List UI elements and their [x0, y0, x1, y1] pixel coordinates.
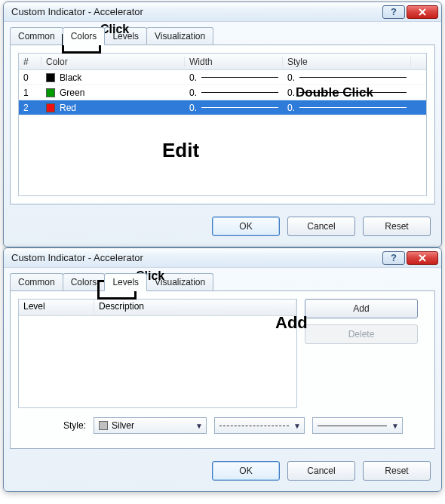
- tab-levels[interactable]: Levels: [104, 273, 147, 291]
- window-title: Custom Indicator - Accelerator: [11, 6, 143, 17]
- table-row[interactable]: 1 Green 0. 0.: [19, 85, 426, 100]
- table-header: # Color Width Style: [19, 54, 426, 70]
- cancel-button[interactable]: Cancel: [287, 461, 355, 481]
- chevron-down-icon: ▼: [195, 422, 203, 430]
- cell-style[interactable]: 0.: [283, 103, 411, 113]
- tabpanel-levels: Level Description Add Delete Style: Silv…: [10, 290, 435, 449]
- tab-colors[interactable]: Colors: [63, 27, 106, 45]
- style-linetype-combo[interactable]: ▼: [214, 417, 305, 434]
- line-preview-icon: [299, 77, 407, 78]
- close-button[interactable]: [407, 251, 438, 265]
- colors-table[interactable]: # Color Width Style 0 Black 0. 0. 1 Gree…: [18, 53, 427, 196]
- cell-style[interactable]: 0.: [283, 72, 411, 83]
- tabpanel-colors: # Color Width Style 0 Black 0. 0. 1 Gree…: [10, 45, 435, 204]
- titlebar[interactable]: Custom Indicator - Accelerator ?: [4, 248, 441, 268]
- chevron-down-icon: ▼: [391, 422, 399, 430]
- reset-button[interactable]: Reset: [363, 217, 431, 236]
- tab-levels[interactable]: Levels: [104, 27, 147, 45]
- dashed-line-icon: [219, 426, 289, 426]
- help-button[interactable]: ?: [382, 251, 405, 265]
- style-row: Style: Silver ▼ ▼ ▼: [18, 417, 427, 434]
- style-label: Style:: [63, 420, 86, 431]
- cell-style[interactable]: 0.: [283, 88, 411, 98]
- close-icon: [418, 254, 427, 263]
- style-color-combo[interactable]: Silver ▼: [94, 417, 207, 434]
- color-swatch-icon: [99, 421, 108, 430]
- dialog-buttons: OK Cancel Reset: [4, 455, 441, 491]
- close-button[interactable]: [407, 5, 438, 19]
- levels-table[interactable]: Level Description: [18, 299, 297, 408]
- line-preview-icon: [299, 107, 407, 108]
- tab-common[interactable]: Common: [10, 27, 63, 45]
- col-idx: #: [19, 57, 41, 67]
- titlebar-buttons: ?: [382, 5, 438, 19]
- line-preview-icon: [299, 92, 407, 93]
- cell-width[interactable]: 0.: [185, 88, 283, 98]
- add-button[interactable]: Add: [305, 299, 418, 318]
- tab-visualization[interactable]: Visualization: [146, 273, 213, 291]
- col-color: Color: [41, 57, 185, 67]
- tab-colors[interactable]: Colors: [63, 273, 106, 291]
- color-swatch-icon: [46, 103, 55, 112]
- chevron-down-icon: ▼: [293, 422, 301, 430]
- titlebar[interactable]: Custom Indicator - Accelerator ?: [4, 2, 441, 22]
- window-title: Custom Indicator - Accelerator: [11, 252, 143, 263]
- col-style: Style: [283, 57, 411, 67]
- reset-button[interactable]: Reset: [363, 461, 431, 481]
- cell-color[interactable]: Red: [41, 103, 185, 113]
- tabstrip: Common Colors Levels Visualization: [10, 26, 435, 45]
- dialog-buttons: OK Cancel Reset: [4, 211, 441, 247]
- cell-color[interactable]: Black: [41, 72, 185, 83]
- col-width: Width: [185, 57, 283, 67]
- levels-side-buttons: Add Delete: [305, 299, 418, 408]
- line-preview-icon: [201, 77, 278, 78]
- table-row[interactable]: 0 Black 0. 0.: [19, 70, 426, 85]
- ok-button[interactable]: OK: [212, 217, 280, 236]
- cell-idx: 2: [19, 103, 41, 113]
- table-header: Level Description: [19, 300, 296, 316]
- delete-button[interactable]: Delete: [305, 324, 418, 344]
- titlebar-buttons: ?: [382, 251, 438, 265]
- cell-width[interactable]: 0.: [185, 103, 283, 113]
- cell-idx: 0: [19, 72, 41, 83]
- table-row-selected[interactable]: 2 Red 0. 0.: [19, 100, 426, 115]
- tab-common[interactable]: Common: [10, 273, 63, 291]
- close-icon: [418, 8, 427, 17]
- tabstrip: Common Colors Levels Visualization: [10, 272, 435, 290]
- color-swatch-icon: [46, 73, 55, 82]
- tab-visualization[interactable]: Visualization: [146, 27, 213, 45]
- col-description: Description: [94, 300, 296, 315]
- line-preview-icon: [201, 92, 278, 93]
- solid-line-icon: [318, 426, 387, 426]
- dialog-colors: Custom Indicator - Accelerator ? Common …: [3, 2, 442, 247]
- line-preview-icon: [201, 107, 278, 108]
- style-lineweight-combo[interactable]: ▼: [312, 417, 403, 434]
- help-button[interactable]: ?: [382, 5, 405, 19]
- col-level: Level: [19, 300, 94, 315]
- dialog-levels: Custom Indicator - Accelerator ? Common …: [3, 247, 442, 492]
- cell-width[interactable]: 0.: [185, 72, 283, 83]
- color-swatch-icon: [46, 88, 55, 97]
- cell-idx: 1: [19, 88, 41, 98]
- cancel-button[interactable]: Cancel: [287, 217, 355, 236]
- ok-button[interactable]: OK: [212, 461, 280, 481]
- cell-color[interactable]: Green: [41, 88, 185, 98]
